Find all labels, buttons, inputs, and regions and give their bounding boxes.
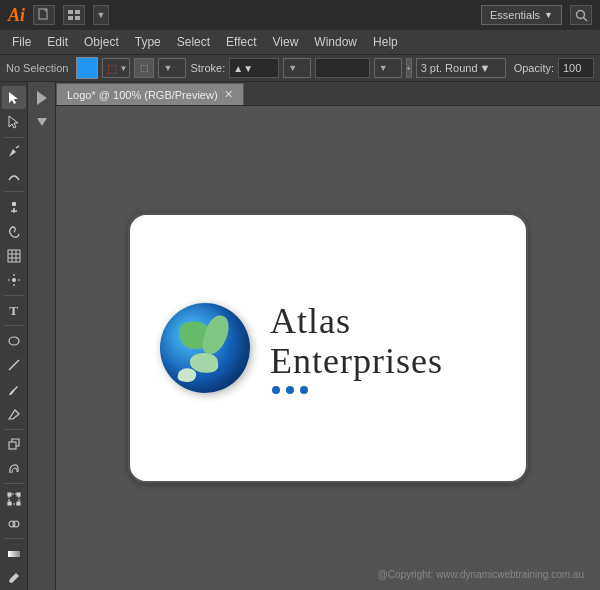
panel-toggle[interactable] bbox=[30, 86, 54, 110]
footer-copyright: @Copyright: www.dynamicwebtraining.com.a… bbox=[378, 569, 584, 580]
type-tool[interactable]: T bbox=[2, 299, 26, 322]
workspace-icon-btn[interactable] bbox=[63, 5, 85, 25]
svg-marker-36 bbox=[37, 118, 47, 126]
svg-rect-10 bbox=[12, 202, 16, 206]
pen-tool[interactable] bbox=[2, 141, 26, 164]
tool-separator-6 bbox=[4, 483, 24, 484]
svg-rect-3 bbox=[68, 16, 73, 20]
svg-rect-25 bbox=[9, 442, 16, 449]
eyedropper-tool[interactable] bbox=[2, 567, 26, 590]
menu-type[interactable]: Type bbox=[127, 30, 169, 54]
svg-rect-29 bbox=[8, 502, 11, 505]
svg-point-18 bbox=[12, 278, 16, 282]
svg-point-23 bbox=[9, 337, 19, 345]
menu-file[interactable]: File bbox=[4, 30, 39, 54]
options-bar: No Selection ⬚ ▼ ⬚ ▼ Stroke: ▲▼ ▼ ▼ + 3 … bbox=[0, 54, 600, 82]
curvature-tool[interactable] bbox=[2, 165, 26, 188]
opacity-value[interactable]: 100 bbox=[558, 58, 594, 78]
svg-line-24 bbox=[9, 360, 19, 370]
ellipse-tool[interactable] bbox=[2, 329, 26, 352]
svg-line-9 bbox=[16, 146, 19, 148]
svg-rect-27 bbox=[8, 493, 11, 496]
spiral-tool[interactable] bbox=[2, 220, 26, 243]
tool-separator-7 bbox=[4, 538, 24, 539]
svg-rect-4 bbox=[75, 16, 80, 20]
menu-edit[interactable]: Edit bbox=[39, 30, 76, 54]
pt-round-dropdown[interactable]: 3 pt. Round ▼ bbox=[416, 58, 506, 78]
svg-line-6 bbox=[583, 17, 587, 21]
dot-1 bbox=[272, 386, 280, 394]
selection-tool[interactable] bbox=[2, 86, 26, 109]
tool-separator-4 bbox=[4, 325, 24, 326]
panel-arrow-down[interactable] bbox=[30, 111, 54, 135]
title-bar: Ai ▼ Essentials ▼ bbox=[0, 0, 600, 30]
svg-rect-28 bbox=[17, 493, 20, 496]
opacity-label: Opacity: bbox=[514, 62, 554, 74]
svg-rect-2 bbox=[75, 10, 80, 14]
free-transform-tool[interactable] bbox=[2, 487, 26, 510]
logo-text-area: Atlas Enterprises bbox=[270, 302, 496, 393]
search-button[interactable] bbox=[570, 5, 592, 25]
tab-bar: Logo* @ 100% (RGB/Preview) ✕ bbox=[56, 82, 600, 106]
shape-builder-tool[interactable] bbox=[2, 512, 26, 535]
svg-marker-35 bbox=[37, 91, 47, 105]
canvas-wrapper[interactable]: Atlas Enterprises @Copyright: www.dynami… bbox=[56, 106, 600, 590]
fill-dropdown[interactable]: ⬚ ▼ bbox=[102, 58, 130, 78]
menu-object[interactable]: Object bbox=[76, 30, 127, 54]
canvas-area: Logo* @ 100% (RGB/Preview) ✕ Atlas Enter… bbox=[56, 82, 600, 590]
main-area: T bbox=[0, 82, 600, 590]
tool-separator-1 bbox=[4, 137, 24, 138]
svg-point-32 bbox=[13, 521, 19, 527]
stroke-label: Stroke: bbox=[190, 62, 225, 74]
fill-color-swatch[interactable] bbox=[76, 57, 98, 79]
gradient-tool[interactable] bbox=[2, 542, 26, 565]
warp-tool[interactable] bbox=[2, 457, 26, 480]
menu-select[interactable]: Select bbox=[169, 30, 218, 54]
tool-separator-3 bbox=[4, 295, 24, 296]
tool-separator-2 bbox=[4, 191, 24, 192]
flare-tool[interactable] bbox=[2, 269, 26, 292]
variable-width-field[interactable] bbox=[315, 58, 369, 78]
stroke-color-indicator[interactable]: ⬚ bbox=[134, 58, 154, 78]
brush-icon: + bbox=[406, 58, 412, 78]
variable-dropdown[interactable]: ▼ bbox=[374, 58, 402, 78]
direct-selection-tool[interactable] bbox=[2, 110, 26, 133]
ai-logo: Ai bbox=[8, 6, 25, 24]
file-icon-btn[interactable] bbox=[33, 5, 55, 25]
tool-separator-5 bbox=[4, 429, 24, 430]
eraser-tool[interactable] bbox=[2, 402, 26, 425]
menu-window[interactable]: Window bbox=[306, 30, 365, 54]
svg-marker-7 bbox=[9, 92, 18, 104]
globe-graphic bbox=[160, 303, 250, 393]
svg-rect-13 bbox=[8, 250, 20, 262]
dot-3 bbox=[300, 386, 308, 394]
line-tool[interactable] bbox=[2, 354, 26, 377]
tab-title: Logo* @ 100% (RGB/Preview) bbox=[67, 89, 218, 101]
document-tab[interactable]: Logo* @ 100% (RGB/Preview) ✕ bbox=[56, 83, 244, 105]
svg-rect-30 bbox=[17, 502, 20, 505]
svg-rect-33 bbox=[8, 551, 20, 557]
dot-2 bbox=[286, 386, 294, 394]
svg-marker-8 bbox=[9, 116, 18, 128]
toolbar: T bbox=[0, 82, 28, 590]
menu-bar: File Edit Object Type Select Effect View… bbox=[0, 30, 600, 54]
add-anchor-tool[interactable] bbox=[2, 195, 26, 218]
rectangle-grid-tool[interactable] bbox=[2, 244, 26, 267]
stroke-type-dropdown[interactable]: ▼ bbox=[158, 58, 186, 78]
stroke-value-box[interactable]: ▲▼ bbox=[229, 58, 279, 78]
artboard[interactable]: Atlas Enterprises bbox=[128, 213, 528, 483]
selection-status: No Selection bbox=[6, 62, 68, 74]
stroke-dropdown[interactable]: ▼ bbox=[283, 58, 311, 78]
brush-tool[interactable] bbox=[2, 378, 26, 401]
svg-point-5 bbox=[576, 10, 584, 18]
essentials-button[interactable]: Essentials ▼ bbox=[481, 5, 562, 25]
secondary-toolbar bbox=[28, 82, 56, 590]
menu-view[interactable]: View bbox=[265, 30, 307, 54]
menu-effect[interactable]: Effect bbox=[218, 30, 264, 54]
logo-dots bbox=[272, 386, 308, 394]
dropdown-icon-btn[interactable]: ▼ bbox=[93, 5, 109, 25]
menu-help[interactable]: Help bbox=[365, 30, 406, 54]
scale-tool[interactable] bbox=[2, 433, 26, 456]
land-mass-2 bbox=[200, 313, 232, 357]
tab-close-button[interactable]: ✕ bbox=[224, 88, 233, 101]
